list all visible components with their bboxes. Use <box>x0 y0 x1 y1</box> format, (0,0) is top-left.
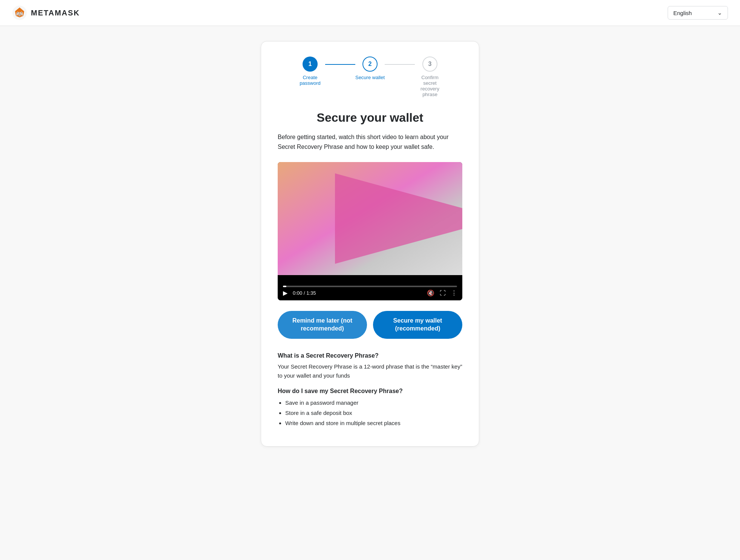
svg-point-11 <box>19 14 20 15</box>
step-2-label: Secure wallet <box>355 75 385 80</box>
faq-section: What is a Secret Recovery Phrase? Your S… <box>278 352 462 428</box>
svg-point-9 <box>17 12 18 13</box>
controls-row: ▶ 0:00 / 1:35 🔇 ⛶ ⋮ <box>283 289 457 297</box>
content-card: 1 Create password 2 Secure wallet 3 Conf… <box>261 41 479 447</box>
video-graphic <box>278 162 462 275</box>
faq-q2: How do I save my Secret Recovery Phrase? <box>278 388 462 395</box>
faq-a2-list: Save in a password manager Store in a sa… <box>278 398 462 428</box>
action-buttons: Remind me later (not recommended) Secure… <box>278 311 462 339</box>
video-thumbnail <box>278 162 462 275</box>
faq-q1: What is a Secret Recovery Phrase? <box>278 352 462 359</box>
step-3: 3 Confirm secret recovery phrase <box>415 57 445 97</box>
controls-right: 🔇 ⛶ ⋮ <box>427 289 457 297</box>
controls-left: ▶ 0:00 / 1:35 <box>283 289 316 297</box>
chevron-down-icon: ⌄ <box>717 9 722 16</box>
video-controls: ▶ 0:00 / 1:35 🔇 ⛶ ⋮ <box>278 275 462 300</box>
step-3-circle: 3 <box>422 57 437 72</box>
step-2-circle: 2 <box>362 57 378 72</box>
progress-bar[interactable] <box>283 286 457 287</box>
svg-point-10 <box>21 12 22 13</box>
list-item: Save in a password manager <box>285 398 462 408</box>
page-title: Secure your wallet <box>278 111 462 125</box>
stepper: 1 Create password 2 Secure wallet 3 Conf… <box>278 57 462 97</box>
header: METAMASK English ⌄ <box>0 0 740 26</box>
step-1-label: Create password <box>295 75 325 86</box>
language-label: English <box>673 10 692 16</box>
faq-a1: Your Secret Recovery Phrase is a 12-word… <box>278 362 462 380</box>
page-description: Before getting started, watch this short… <box>278 132 462 151</box>
metamask-fox-icon <box>12 5 27 20</box>
video-background <box>278 162 462 275</box>
connector-1 <box>325 64 355 65</box>
list-item: Write down and store in multiple secret … <box>285 418 462 428</box>
logo-area: METAMASK <box>12 5 80 20</box>
step-1: 1 Create password <box>295 57 325 86</box>
logo-text: METAMASK <box>31 9 80 17</box>
secure-wallet-button[interactable]: Secure my wallet (recommended) <box>373 311 462 339</box>
more-options-icon[interactable]: ⋮ <box>451 289 457 297</box>
step-3-label: Confirm secret recovery phrase <box>415 75 445 97</box>
video-player[interactable]: ▶ 0:00 / 1:35 🔇 ⛶ ⋮ <box>278 162 462 300</box>
progress-bar-fill <box>283 286 286 287</box>
language-selector[interactable]: English ⌄ <box>668 6 728 20</box>
play-button[interactable]: ▶ <box>283 289 287 297</box>
mute-icon[interactable]: 🔇 <box>427 289 434 297</box>
step-2: 2 Secure wallet <box>355 57 385 80</box>
step-1-circle: 1 <box>303 57 318 72</box>
video-time: 0:00 / 1:35 <box>293 290 316 296</box>
connector-2 <box>385 64 415 65</box>
remind-later-button[interactable]: Remind me later (not recommended) <box>278 311 367 339</box>
fullscreen-icon[interactable]: ⛶ <box>440 290 446 297</box>
list-item: Store in a safe deposit box <box>285 408 462 418</box>
main-content: 1 Create password 2 Secure wallet 3 Conf… <box>0 26 740 469</box>
